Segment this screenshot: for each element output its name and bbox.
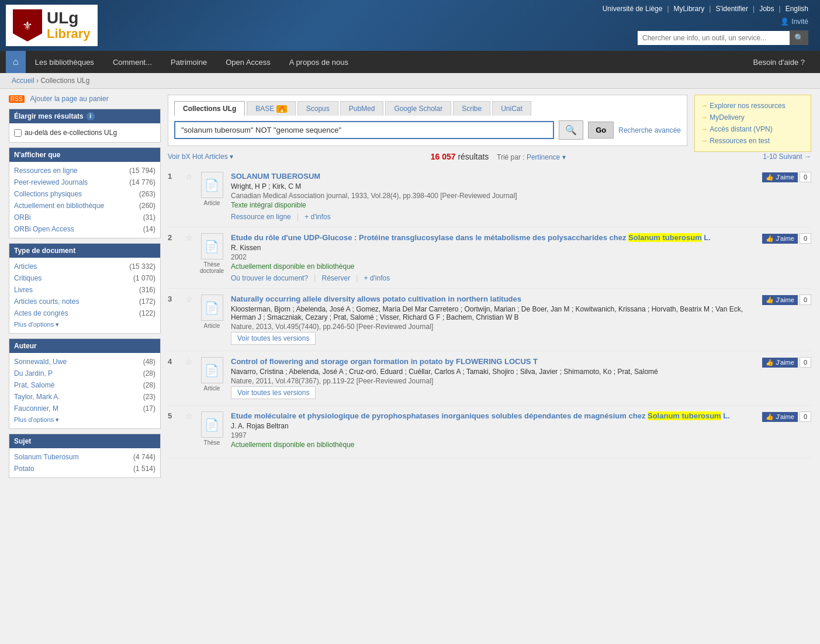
doctype-articles: Articles (15 332) bbox=[14, 261, 155, 272]
resource-explorer-link[interactable]: Explorer nos ressources bbox=[701, 100, 805, 112]
author-2-link[interactable]: Prat, Salomé bbox=[14, 381, 54, 389]
header-top: ⚜ ULg Library Université de Liège | MyLi… bbox=[0, 0, 820, 51]
result-action-reserve-2[interactable]: Réserver bbox=[321, 274, 350, 282]
resource-mydelivery-link[interactable]: MyDelivery bbox=[701, 112, 805, 123]
like-button-5[interactable]: 👍 J'aime bbox=[762, 412, 798, 422]
doctype-articles-courts-link[interactable]: Articles courts, notes bbox=[14, 297, 79, 306]
result-item-4: 4 ☆ 📄 Article Control of flowering and s… bbox=[168, 351, 811, 406]
star-icon-5[interactable]: ☆ bbox=[185, 411, 193, 452]
enlarge-checkbox[interactable] bbox=[14, 129, 22, 137]
resource-test-link[interactable]: Ressources en test bbox=[701, 135, 805, 147]
star-icon-1[interactable]: ☆ bbox=[185, 172, 193, 221]
like-button-2[interactable]: 👍 J'aime bbox=[762, 234, 798, 244]
resources-box-wrapper: Explorer nos ressources MyDelivery Accès… bbox=[694, 95, 811, 152]
tab-google-scholar[interactable]: Google Scholar bbox=[385, 101, 451, 116]
tab-pubmed[interactable]: PubMed bbox=[340, 101, 384, 116]
breadcrumb-home[interactable]: Accueil bbox=[12, 77, 34, 85]
author-4-link[interactable]: Fauconnier, M bbox=[14, 404, 58, 413]
author-more[interactable]: Plus d'options ▾ bbox=[14, 414, 155, 425]
search-main-input[interactable] bbox=[174, 121, 554, 139]
like-area-2: 👍 J'aime 0 bbox=[762, 233, 811, 244]
star-icon-3[interactable]: ☆ bbox=[185, 295, 193, 345]
pagination[interactable]: 1-10 Suivant → bbox=[763, 153, 811, 161]
nav-open-access[interactable]: Open Access bbox=[216, 52, 280, 72]
star-icon-4[interactable]: ☆ bbox=[185, 357, 193, 399]
search-resources-row: Collections ULg BASE 🔥 Scopus PubMed Goo… bbox=[168, 95, 811, 152]
header-search-icon[interactable]: 🔍 bbox=[790, 30, 808, 45]
doctype-actes-link[interactable]: Actes de congrès bbox=[14, 309, 68, 317]
like-button-1[interactable]: 👍 J'aime bbox=[762, 172, 798, 182]
result-title-4[interactable]: Control of flowering and storage organ f… bbox=[231, 357, 658, 366]
like-button-3[interactable]: 👍 J'aime bbox=[762, 295, 798, 305]
result-action-online-1[interactable]: Ressource en ligne bbox=[231, 213, 291, 221]
sidebar-doctype-header: Type de document bbox=[9, 244, 160, 258]
home-button[interactable]: ⌂ bbox=[6, 51, 26, 73]
doctype-livres-link[interactable]: Livres bbox=[14, 286, 33, 294]
enlarge-info-icon[interactable]: i bbox=[87, 112, 95, 120]
jobs-link[interactable]: Jobs bbox=[759, 5, 774, 13]
go-button[interactable]: Go bbox=[588, 122, 614, 139]
nav-apropos[interactable]: A propos de nous bbox=[280, 52, 358, 72]
doctype-critiques-link[interactable]: Critiques bbox=[14, 274, 41, 282]
tab-scopus[interactable]: Scopus bbox=[297, 101, 338, 116]
help-button[interactable]: Besoin d'aide ? bbox=[744, 52, 815, 72]
result-action-info-1[interactable]: + d'infos bbox=[305, 213, 331, 221]
tab-scribe[interactable]: Scribe bbox=[453, 101, 490, 116]
tab-base[interactable]: BASE 🔥 bbox=[247, 101, 295, 116]
universite-link[interactable]: Université de Liège bbox=[603, 5, 663, 13]
filter-orbi-link[interactable]: ORBi bbox=[14, 213, 31, 221]
filter-online-link[interactable]: Ressources en ligne bbox=[14, 167, 78, 175]
sidentifier-link[interactable]: S'identifier bbox=[715, 5, 748, 13]
result-title-3[interactable]: Naturally occurring allele diversity all… bbox=[231, 295, 762, 303]
search-icon-button[interactable]: 🔍 bbox=[559, 120, 583, 140]
author-1-link[interactable]: Du Jardin, P bbox=[14, 369, 53, 378]
tab-unicat[interactable]: UniCat bbox=[492, 101, 531, 116]
subject-0: Solanum Tuberosum (4 744) bbox=[14, 451, 155, 463]
filter-physical-link[interactable]: Collections physiques bbox=[14, 190, 82, 198]
nav-patrimoine[interactable]: Patrimoine bbox=[161, 52, 216, 72]
result-action-find-2[interactable]: Où trouver le document? bbox=[231, 274, 308, 282]
sidebar-subject-body: Solanum Tuberosum (4 744) Potato (1 514) bbox=[9, 448, 160, 477]
hot-articles-link[interactable]: Voir bX Hot Articles ▾ bbox=[168, 153, 233, 161]
sort-link[interactable]: Pertinence ▾ bbox=[527, 153, 566, 161]
mylibrary-link[interactable]: MyLibrary bbox=[674, 5, 705, 13]
result-title-5[interactable]: Etude moléculaire et physiologique de py… bbox=[231, 411, 730, 420]
result-icon-4: 📄 Article bbox=[199, 357, 225, 399]
filter-online: Ressources en ligne (15 794) bbox=[14, 165, 155, 176]
author-3-link[interactable]: Taylor, Mark A. bbox=[14, 393, 60, 401]
result-action-info-2[interactable]: + d'infos bbox=[364, 274, 390, 282]
result-body-3: Naturally occurring allele diversity all… bbox=[231, 295, 811, 345]
filter-orbi-oa-link[interactable]: ORBi Open Access bbox=[14, 225, 74, 233]
result-icon-3: 📄 Article bbox=[199, 295, 225, 345]
result-title-2[interactable]: Etude du rôle d'une UDP-Glucose : Protéi… bbox=[231, 233, 711, 242]
sidebar-author-section: Auteur Sonnewald, Uwe (48) Du Jardin, P … bbox=[9, 338, 161, 429]
doctype-articles-link[interactable]: Articles bbox=[14, 262, 37, 271]
filter-peer-link[interactable]: Peer-reviewed Journals bbox=[14, 178, 88, 186]
header-search-input[interactable] bbox=[638, 31, 790, 45]
result-body-1: SOLANUM TUBEROSUM Wright, H P ; Kirk, C … bbox=[231, 172, 811, 221]
star-icon-2[interactable]: ☆ bbox=[185, 233, 193, 282]
filter-library-link[interactable]: Actuellement en bibliothèque bbox=[14, 202, 104, 210]
nav-comment[interactable]: Comment... bbox=[103, 52, 161, 72]
nav-bibliotheques[interactable]: Les bibliothèques bbox=[26, 52, 103, 72]
results-header: Voir bX Hot Articles ▾ 16 057 résultats … bbox=[168, 152, 811, 161]
tab-collections[interactable]: Collections ULg bbox=[174, 101, 245, 116]
advanced-search-link[interactable]: Recherche avancée bbox=[618, 126, 681, 134]
filter-orbi-oa: ORBi Open Access (14) bbox=[14, 223, 155, 235]
add-to-cart-link[interactable]: Ajouter la page au panier bbox=[30, 95, 109, 103]
rss-link[interactable]: RSS bbox=[9, 95, 25, 103]
result-actions-1: Ressource en ligne | + d'infos bbox=[231, 212, 811, 221]
english-link[interactable]: English bbox=[786, 5, 808, 13]
result-title-1[interactable]: SOLANUM TUBEROSUM bbox=[231, 172, 517, 181]
subject-1-link[interactable]: Potato bbox=[14, 465, 34, 473]
sidebar-filter-header: N'afficher que bbox=[9, 148, 160, 162]
doctype-more[interactable]: Plus d'options ▾ bbox=[14, 319, 155, 330]
like-count-2: 0 bbox=[800, 233, 811, 244]
doctype-critiques: Critiques (1 070) bbox=[14, 272, 155, 284]
like-button-4[interactable]: 👍 J'aime bbox=[762, 358, 798, 368]
author-0-link[interactable]: Sonnewald, Uwe bbox=[14, 358, 67, 366]
result-action-versions-4[interactable]: Voir toutes les versions bbox=[231, 386, 316, 399]
result-action-versions-3[interactable]: Voir toutes les versions bbox=[231, 332, 316, 345]
subject-0-link[interactable]: Solanum Tuberosum bbox=[14, 453, 79, 461]
resource-vpn-link[interactable]: Accès distant (VPN) bbox=[701, 123, 805, 135]
